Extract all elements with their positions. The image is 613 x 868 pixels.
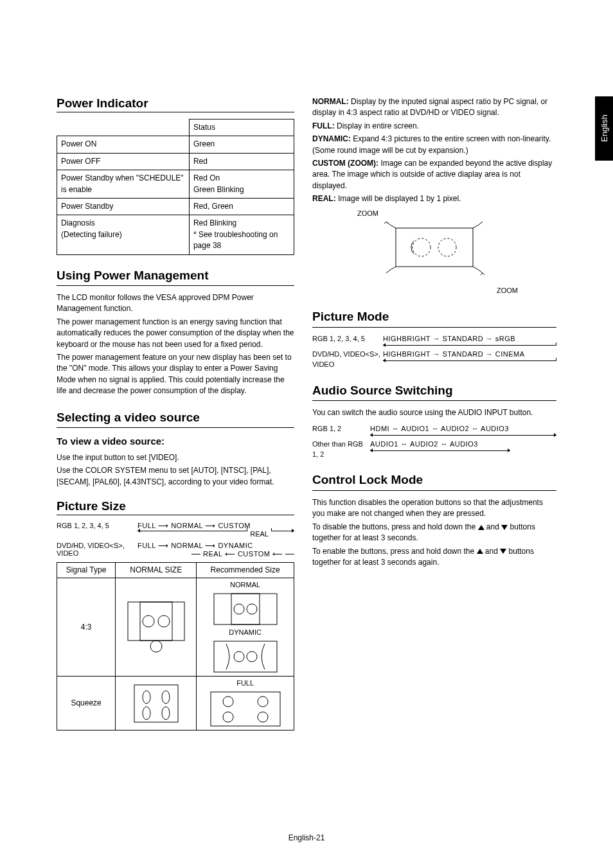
ps-th1: Signal Type (57, 563, 116, 578)
zoom-diagram-icon (377, 218, 492, 283)
zoom-label-bottom: ZOOM (312, 286, 518, 296)
triangle-down-icon (500, 549, 506, 554)
section-power-indicator: Power Indicator Status Power ONGreen Pow… (57, 96, 294, 255)
svg-point-2 (143, 616, 154, 627)
au-r1-a: HDMI (370, 425, 389, 432)
heading-power-indicator: Power Indicator (57, 96, 294, 112)
ps-r2-e: CUSTOM (238, 550, 270, 558)
def-full-lbl: FULL: (312, 121, 335, 130)
section-control-lock: Control Lock Mode This function disables… (312, 471, 556, 568)
def-normal-lbl: NORMAL: (312, 97, 349, 106)
pi-mode-3: Power Standby (57, 198, 190, 215)
au-r2-c: AUDIO3 (450, 440, 478, 448)
heading-picture-mode: Picture Mode (312, 308, 556, 328)
svg-rect-22 (396, 228, 473, 267)
section-audio-switching: Audio Source Switching You can switch th… (312, 382, 556, 460)
section-picture-mode: Picture Mode RGB 1, 2, 3, 4, 5 HIGHBRIGH… (312, 308, 556, 369)
left-column: Power Indicator Status Power ONGreen Pow… (57, 96, 294, 742)
pm-p2: The power management function is an ener… (57, 317, 294, 350)
pm-row2-label: DVD/HD, VIDEO<S>, VIDEO (312, 350, 383, 370)
au-r2-b: AUDIO2 (410, 440, 438, 448)
ps-r2-normal-shape (116, 677, 197, 731)
audio-row1-label: RGB 1, 2 (312, 424, 370, 434)
ps-th2: NORMAL SIZE (116, 563, 197, 578)
heading-control-lock: Control Lock Mode (312, 471, 556, 491)
pi-mode-4: Diagnosis (Detecting failure) (57, 215, 190, 254)
au-r1-c: AUDIO2 (441, 425, 469, 432)
shape-4-3-normal (127, 601, 185, 653)
pm-p1: The LCD monitor follows the VESA approve… (57, 292, 294, 315)
svg-point-4 (150, 641, 162, 652)
def-custom-lbl: CUSTOM (ZOOM): (312, 159, 378, 168)
svg-rect-0 (128, 602, 184, 641)
vs-p2: Use the COLOR SYSTEM menu to set [AUTO],… (57, 465, 294, 488)
ps-r2-b: NORMAL (171, 542, 203, 549)
svg-point-20 (223, 712, 233, 722)
shape-full-rec (210, 691, 281, 727)
pi-mode-2: Power Standby when "SCHEDULE" is enable (57, 170, 190, 199)
cl-p3: To enable the buttons, press and hold do… (312, 546, 556, 569)
ps-r2-c: DYNAMIC (218, 542, 253, 549)
pi-mode-1: Power OFF (57, 153, 190, 170)
page-footer: English-21 (0, 833, 613, 842)
section-definitions: NORMAL: Display by the inputed signal as… (312, 96, 556, 296)
ps-th3: Recommended Size (197, 563, 294, 578)
right-column: NORMAL: Display by the inputed signal as… (312, 96, 556, 742)
ps-r2-d: REAL (203, 550, 222, 558)
section-video-source: Selecting a video source To view a video… (57, 409, 294, 488)
svg-point-13 (143, 691, 150, 704)
picture-size-row2: DVD/HD, VIDEO<S>, VIDEO FULL ⟶ NORMAL ⟶ … (57, 542, 294, 558)
au-r1-b: AUDIO1 (401, 425, 429, 432)
pm-r1-c: sRGB (495, 335, 515, 342)
audio-p1: You can switch the audio source using th… (312, 407, 556, 418)
subheading-video-source: To view a video source: (57, 434, 294, 448)
pi-status-0: Green (189, 136, 294, 153)
pm-r1-a: HIGHBRIGHT (383, 335, 431, 342)
pi-mode-0: Power ON (57, 136, 190, 153)
pm-row1-label: RGB 1, 2, 3, 4, 5 (312, 334, 383, 344)
svg-rect-17 (211, 692, 280, 726)
svg-point-11 (247, 651, 257, 662)
svg-point-7 (234, 604, 244, 614)
svg-rect-1 (140, 602, 172, 641)
cl-p2: To disable the buttons, press and hold d… (312, 522, 556, 544)
audio-row2-label: Other than RGB 1, 2 (312, 439, 370, 460)
svg-point-10 (234, 651, 244, 662)
svg-rect-9 (214, 641, 277, 672)
svg-point-19 (258, 696, 268, 707)
pi-status-3: Red, Green (189, 198, 294, 215)
svg-point-23 (413, 238, 431, 256)
pi-status-4: Red Blinking * See troubleshooting on pa… (189, 215, 294, 254)
triangle-up-icon (477, 549, 483, 554)
pm-p3: The power management feature on your new… (57, 352, 294, 397)
svg-rect-5 (214, 594, 277, 624)
svg-point-8 (247, 604, 257, 614)
ps-r1-type: 4:3 (57, 578, 116, 677)
heading-video-source: Selecting a video source (57, 409, 294, 429)
svg-rect-12 (134, 685, 178, 722)
au-r2-a: AUDIO1 (370, 440, 398, 448)
pi-status-2: Red On Green Blinking (189, 170, 294, 199)
svg-rect-6 (231, 594, 260, 624)
zoom-figure: ZOOM ZOOM (312, 209, 556, 297)
pm-r2-c: CINEMA (495, 350, 525, 358)
cl-p1: This function disables the operation but… (312, 497, 556, 520)
page-content: Power Indicator Status Power ONGreen Pow… (0, 0, 613, 768)
heading-picture-size: Picture Size (57, 499, 294, 515)
pm-r1-b: STANDARD (442, 335, 483, 342)
def-real-txt: Image will be displayed 1 by 1 pixel. (336, 194, 461, 203)
ps-row1-label: RGB 1, 2, 3, 4, 5 (57, 522, 138, 529)
svg-point-21 (258, 712, 268, 722)
power-indicator-table: Status Power ONGreen Power OFFRed Power … (57, 119, 294, 255)
ps-r2-type: Squeeze (57, 677, 116, 731)
svg-point-16 (162, 707, 170, 720)
pm-r2-a: HIGHBRIGHT (383, 350, 431, 358)
pi-status-1: Red (189, 153, 294, 170)
heading-audio-switching: Audio Source Switching (312, 382, 556, 402)
svg-point-14 (162, 691, 170, 704)
au-r1-d: AUDIO3 (481, 425, 509, 432)
ps-r1-b: NORMAL (171, 522, 203, 529)
picture-size-row1: RGB 1, 2, 3, 4, 5 FULL ⟶ NORMAL ⟶ CUSTOM… (57, 522, 294, 538)
vs-p1: Use the input button to set [VIDEO]. (57, 452, 294, 463)
ps-r1-rec: NORMAL DYNAMIC (197, 578, 294, 677)
